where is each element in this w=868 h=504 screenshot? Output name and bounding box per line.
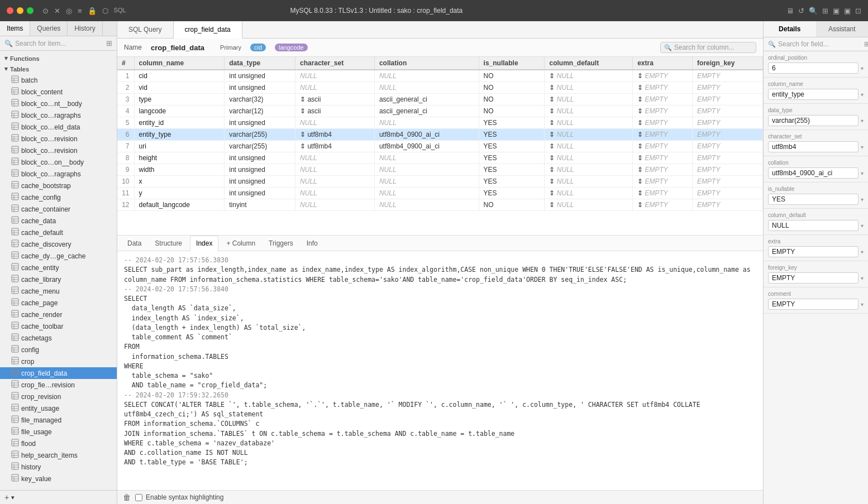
add-item-button[interactable]: +	[4, 493, 9, 502]
sidebar-item-file-managed[interactable]: file_managed	[0, 414, 117, 426]
tab-triggers[interactable]: Triggers	[263, 236, 299, 251]
sidebar-toggle-icon[interactable]: ▣	[833, 7, 840, 15]
db-icon[interactable]: ⬡	[102, 7, 108, 15]
sidebar-item-history[interactable]: history	[0, 461, 117, 473]
sidebar-item-block-co-ragraphs[interactable]: block_co…ragraphs	[0, 109, 117, 121]
sidebar-item-cache-page[interactable]: cache_page	[0, 297, 117, 309]
syntax-highlight-checkbox[interactable]	[135, 494, 142, 501]
sidebar-item-config[interactable]: config	[0, 344, 117, 356]
sidebar-item-entity-usage[interactable]: entity_usage	[0, 402, 117, 414]
query-log[interactable]: -- 2024-02-20 17:57:56.3830 SELECT sub_p…	[117, 251, 763, 490]
table-row[interactable]: 3typevarchar(32)⇕ asciiascii_general_ciN…	[117, 94, 763, 105]
tab-info[interactable]: Info	[301, 236, 323, 251]
right-tab-details[interactable]: Details	[764, 21, 816, 37]
chevron-down-icon[interactable]: ▾	[861, 92, 864, 98]
back-icon[interactable]: ✕	[54, 7, 60, 15]
chevron-down-icon[interactable]: ▾	[861, 196, 864, 203]
table-row[interactable]: 10xint unsignedNULLNULLYES⇕ NULL⇕ EMPTYE…	[117, 176, 763, 188]
sidebar-tab-queries[interactable]: Queries	[30, 21, 68, 36]
sidebar-item-crop[interactable]: crop	[0, 356, 117, 367]
chevron-down-icon[interactable]: ▾	[861, 223, 864, 229]
sidebar-item-cache-toolbar[interactable]: cache_toolbar	[0, 320, 117, 332]
tab-crop-field-data[interactable]: crop_field_data	[174, 21, 242, 39]
sidebar-item-block-co-eld-data[interactable]: block_co…eld_data	[0, 121, 117, 133]
filter-icon[interactable]: ⊞	[864, 40, 868, 48]
sidebar-item-cache-dy-ge-cache[interactable]: cache_dy…ge_cache	[0, 250, 117, 262]
sidebar-section-functions[interactable]: ▾ Functions	[0, 53, 117, 64]
sidebar-item-block-co-on--body[interactable]: block_co…on__body	[0, 156, 117, 168]
close-button[interactable]	[7, 7, 13, 14]
sidebar-item-crop-fie-revision[interactable]: crop_fie…revision	[0, 379, 117, 391]
sidebar-item-cache-data[interactable]: cache_data	[0, 215, 117, 227]
sidebar-item-block-co-revision[interactable]: block_co…revision	[0, 145, 117, 156]
data-table-wrapper[interactable]: # column_name data_type character_set co…	[117, 57, 763, 236]
sidebar-item-cache-menu[interactable]: cache_menu	[0, 285, 117, 297]
chevron-down-icon[interactable]: ▾	[861, 118, 864, 124]
table-row[interactable]: 5entity_idint unsignedNULLNULLYES⇕ NULL⇕…	[117, 117, 763, 129]
table-row[interactable]: 12default_langcodetinyintNULLNULLNO⇕ NUL…	[117, 199, 763, 211]
chevron-down-icon[interactable]: ▾	[861, 65, 864, 71]
sidebar-item-batch[interactable]: batch	[0, 74, 117, 86]
chevron-down-icon[interactable]: ▾	[861, 301, 864, 308]
sidebar-item-block-co-nt--body[interactable]: block_co…nt__body	[0, 98, 117, 109]
filter-icon[interactable]: ⊞	[106, 39, 112, 47]
sidebar-search-input[interactable]	[15, 40, 104, 47]
sidebar-item-cache-bootstrap[interactable]: cache_bootstrap	[0, 180, 117, 191]
sidebar-tab-items[interactable]: Items	[0, 21, 30, 36]
refresh-icon[interactable]: ↺	[798, 7, 804, 15]
right-search-input[interactable]	[778, 40, 862, 48]
delete-query-button[interactable]: 🗑	[123, 493, 131, 502]
chevron-down-icon[interactable]: ▾	[861, 144, 864, 150]
sidebar-item-key-value[interactable]: key_value	[0, 473, 117, 484]
fullscreen-icon[interactable]: ⊡	[855, 7, 861, 15]
sidebar-item-cache-entity[interactable]: cache_entity	[0, 262, 117, 273]
tab-structure[interactable]: Structure	[149, 236, 188, 251]
bookmark-icon[interactable]: ⊙	[42, 7, 49, 15]
minimize-button[interactable]	[17, 7, 23, 14]
maximize-button[interactable]	[27, 7, 34, 14]
sidebar-item-cache-default[interactable]: cache_default	[0, 227, 117, 238]
sidebar-item-cachetags[interactable]: cachetags	[0, 332, 117, 344]
eye-icon[interactable]: ◎	[66, 7, 72, 15]
sidebar-item-cache-render[interactable]: cache_render	[0, 309, 117, 320]
search-icon[interactable]: 🔍	[809, 7, 818, 15]
table-row[interactable]: 11yint unsignedNULLNULLYES⇕ NULL⇕ EMPTYE…	[117, 188, 763, 199]
monitor-icon[interactable]: 🖥	[786, 7, 794, 15]
table-row[interactable]: 9widthint unsignedNULLNULLYES⇕ NULL⇕ EMP…	[117, 164, 763, 176]
sidebar-section-tables[interactable]: ▾ Tables	[0, 64, 117, 74]
chevron-down-icon[interactable]: ▾	[861, 170, 864, 176]
sidebar-item-crop-revision[interactable]: crop_revision	[0, 391, 117, 402]
table-row[interactable]: 6entity_typevarchar(255)⇕ utf8mb4utf8mb4…	[117, 129, 763, 141]
table-row[interactable]: 7urivarchar(255)⇕ utf8mb4utf8mb4_0900_ai…	[117, 141, 763, 152]
sidebar-item-file-usage[interactable]: file_usage	[0, 426, 117, 438]
tab-index[interactable]: Index	[190, 236, 218, 251]
table-row[interactable]: 2vidint unsignedNULLNULLNO⇕ NULL⇕ EMPTYE…	[117, 82, 763, 94]
sidebar-item-cache-discovery[interactable]: cache_discovery	[0, 238, 117, 250]
lock-icon[interactable]: 🔒	[88, 7, 97, 15]
tab-add-column[interactable]: + Column	[221, 236, 261, 251]
sidebar-item-crop-field-data[interactable]: crop_field_data	[0, 367, 117, 379]
layout-icon[interactable]: ⊞	[822, 7, 828, 15]
column-search-input[interactable]	[674, 44, 752, 51]
sidebar-item-block-content[interactable]: block_content	[0, 86, 117, 98]
sidebar-item-cache-config[interactable]: cache_config	[0, 191, 117, 203]
tab-sql-query[interactable]: SQL Query	[117, 21, 174, 38]
chevron-down-icon[interactable]: ▾	[11, 494, 15, 501]
sidebar-item-cache-library[interactable]: cache_library	[0, 273, 117, 285]
tab-data[interactable]: Data	[122, 236, 147, 251]
right-tab-assistant[interactable]: Assistant	[816, 21, 869, 37]
chevron-down-icon[interactable]: ▾	[861, 275, 864, 281]
table-row[interactable]: 8heightint unsignedNULLNULLYES⇕ NULL⇕ EM…	[117, 152, 763, 164]
table-row[interactable]: 1cidint unsignedNULLNULLNO⇕ NULL⇕ EMPTYE…	[117, 70, 763, 82]
chevron-down-icon[interactable]: ▾	[861, 249, 864, 255]
sidebar-item-block-co-revision[interactable]: block_co…revision	[0, 133, 117, 145]
sidebar-item-cache-container[interactable]: cache_container	[0, 203, 117, 215]
sidebar-right-icon[interactable]: ▣	[844, 7, 851, 15]
list-icon[interactable]: ≡	[78, 7, 82, 15]
table-row[interactable]: 4langcodevarchar(12)⇕ asciiascii_general…	[117, 105, 763, 117]
sidebar-tab-history[interactable]: History	[68, 21, 102, 36]
sidebar-item-help-search-items[interactable]: help_search_items	[0, 449, 117, 461]
sidebar-item-flood[interactable]: flood	[0, 438, 117, 449]
sidebar-item-block-co-ragraphs[interactable]: block_co…ragraphs	[0, 168, 117, 180]
syntax-highlight-label[interactable]: Enable syntax highlighting	[135, 493, 223, 501]
